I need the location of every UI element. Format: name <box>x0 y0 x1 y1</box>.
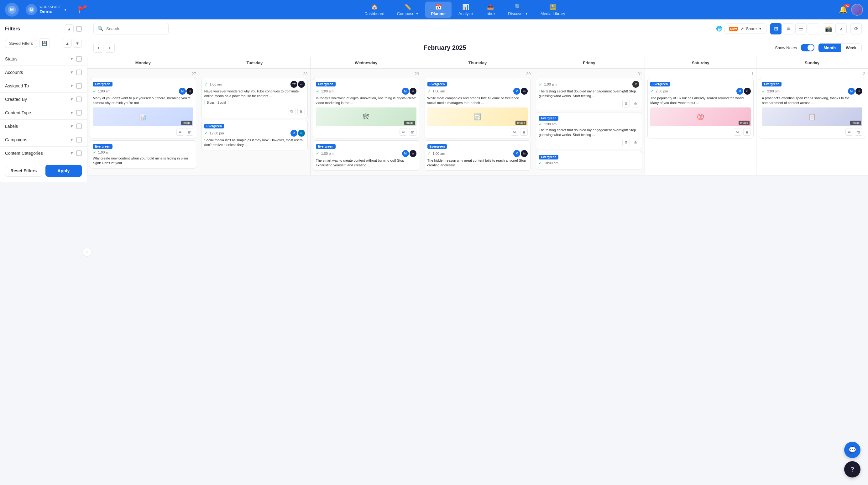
month-view-button[interactable]: Month <box>818 43 841 52</box>
save-filter-button[interactable]: 💾 <box>39 38 50 48</box>
prev-month-button[interactable]: ‹ <box>93 43 103 53</box>
platform-avatar-28b-1: M <box>290 130 298 137</box>
filter-content-categories[interactable]: Content Categories ▼ <box>0 146 87 160</box>
post-text-30a: While most companies and brands hire ful… <box>427 96 528 105</box>
filter-created-by[interactable]: Created By ▼ <box>0 92 87 106</box>
duplicate-button[interactable]: ⧉ <box>177 128 184 136</box>
day-number-2: 2 <box>759 71 865 76</box>
nav-item-compose[interactable]: ✏️ Compose ▼ <box>392 2 424 18</box>
filter-accounts-checkbox[interactable] <box>76 70 82 75</box>
nav-item-discover[interactable]: 🔍 Discover ▼ <box>502 2 534 18</box>
next-month-button[interactable]: › <box>105 43 115 53</box>
delete-button-30a[interactable]: 🗑 <box>520 128 528 136</box>
nav-item-planner[interactable]: 📅 Planner <box>425 2 452 18</box>
chat-button[interactable]: 💬 <box>844 442 861 458</box>
delete-button[interactable]: 🗑 <box>186 128 193 136</box>
flag-button[interactable]: 🚩 <box>78 6 86 13</box>
filter-content-categories-checkbox[interactable] <box>76 151 82 156</box>
duplicate-button-28a[interactable]: ⧉ <box>288 108 296 115</box>
post-card-29a[interactable]: Evergreen ✓ 1:00 am M in In today's whir… <box>313 78 419 138</box>
filter-assigned-to[interactable]: Assigned To ▼ <box>0 79 87 92</box>
sidebar-collapse-button[interactable]: ‹ <box>83 248 92 257</box>
select-all-checkbox[interactable] <box>76 26 82 32</box>
filter-created-by-checkbox[interactable] <box>76 97 82 102</box>
search-input[interactable] <box>106 26 164 31</box>
nav-item-dashboard[interactable]: 🏠 Dashboard <box>359 2 390 18</box>
content-area: 🔍 🌐 NEW ↗ Share ▼ ⊞ ≡ ☰ ⋮⋮ 📸 <box>87 20 868 485</box>
sort-up-button[interactable]: ▲ <box>63 39 72 47</box>
platform-avatar-30b-1: M <box>513 150 520 157</box>
user-avatar[interactable] <box>851 4 863 16</box>
filter-content-type[interactable]: Content Type ▼ <box>0 106 87 119</box>
sort-down-button[interactable]: ▼ <box>73 39 82 47</box>
nav-label-inbox: Inbox <box>486 11 495 16</box>
share-button[interactable]: NEW ↗ Share ▼ <box>724 24 767 34</box>
filter-labels[interactable]: Labels ▼ <box>0 119 87 133</box>
post-card-1a[interactable]: Evergreen ✓ 2:00 pm M in The popularity … <box>647 78 754 138</box>
filter-campaigns[interactable]: Campaigns ▼ <box>0 133 87 146</box>
day-cell-jan27: 27 Evergreen ✓ 1:00 am M in Many of you … <box>87 69 199 175</box>
platform-avatars-28a: YT in <box>290 81 305 88</box>
post-card-30b[interactable]: Evergreen ✓ 1:00 am M in The hidden reas… <box>425 140 531 171</box>
filter-campaigns-checkbox[interactable] <box>76 137 82 142</box>
saved-filters-button[interactable]: Saved Filters <box>5 39 37 48</box>
filter-assigned-to-checkbox[interactable] <box>76 83 82 89</box>
post-card-31c[interactable]: Evergreen ✓ 10:00 am <box>536 151 642 169</box>
duplicate-button-29a[interactable]: ⧉ <box>400 128 407 136</box>
post-card-28b[interactable]: Evergreen ✓ 12:00 pm M in Social media i… <box>202 120 308 151</box>
post-card-28a[interactable]: ✓ 1:00 am YT in Have you ever wondered w… <box>202 78 308 118</box>
post-card-30a[interactable]: Evergreen ✓ 1:00 am M in While most comp… <box>425 78 531 138</box>
delete-button-2a[interactable]: 🗑 <box>855 128 862 136</box>
filter-content-type-checkbox[interactable] <box>76 110 82 116</box>
apply-filters-button[interactable]: Apply <box>45 165 82 177</box>
filter-accounts[interactable]: Accounts ▼ <box>0 65 87 79</box>
nav-item-inbox[interactable]: 📥 Inbox <box>480 2 501 18</box>
show-notes-toggle[interactable] <box>801 44 814 52</box>
post-card-2[interactable]: Evergreen ✓ 1:00 am Why create new conte… <box>90 140 196 168</box>
list-view-button[interactable]: ☰ <box>795 23 807 34</box>
delete-button-28a[interactable]: 🗑 <box>298 108 305 115</box>
day-header-thursday: Thursday <box>422 57 534 69</box>
evergreen-badge-29a: Evergreen <box>316 82 336 87</box>
post-time-row-1a: ✓ 2:00 pm M in <box>650 88 751 95</box>
delete-button-1a[interactable]: 🗑 <box>743 128 751 136</box>
condensed-list-view-button[interactable]: ⋮⋮ <box>808 23 819 34</box>
refresh-button[interactable]: ⟳ <box>850 23 862 34</box>
post-card-2a[interactable]: Evergreen ✓ 2:00 pm M in A prospect's at… <box>759 78 865 138</box>
help-button[interactable]: ? <box>844 461 861 478</box>
duplicate-button-2a[interactable]: ⧉ <box>845 128 853 136</box>
duplicate-button-31b[interactable]: ⧉ <box>622 139 630 146</box>
evergreen-badge-31c: Evergreen <box>539 155 558 159</box>
reset-filters-button[interactable]: Reset Filters <box>5 165 42 177</box>
sort-asc-button[interactable]: ▲ <box>65 25 74 33</box>
post-card-31b[interactable]: Evergreen ✓ 1:00 am The testing secret t… <box>536 112 642 149</box>
evergreen-badge-30b: Evergreen <box>427 144 447 149</box>
post-image-30a: 🔄 Image <box>427 107 528 126</box>
duplicate-button-30a[interactable]: ⧉ <box>511 128 518 136</box>
grid-view-button[interactable]: ≡ <box>783 23 794 34</box>
calendar-view-button[interactable]: ⊞ <box>770 23 781 34</box>
post-card[interactable]: Evergreen ✓ 1:00 am M in Many of you don… <box>90 78 196 138</box>
post-time-30b: 1:00 am <box>433 152 445 155</box>
app-logo[interactable]: M <box>5 3 19 17</box>
nav-item-media-library[interactable]: 🖼️ Media Library <box>535 2 571 18</box>
delete-button-31a[interactable]: 🗑 <box>632 100 639 107</box>
workspace-selector[interactable]: M WORKSPACE Demo ▼ <box>23 2 70 17</box>
duplicate-button-1a[interactable]: ⧉ <box>734 128 741 136</box>
post-card-31a[interactable]: ✓ 1:00 am X The testing secret that doub… <box>536 78 642 110</box>
instagram-filter-icon[interactable]: 📸 <box>823 23 834 34</box>
post-time-row-29a: ✓ 1:00 am M in <box>316 88 416 95</box>
nav-item-analyze[interactable]: 📊 Analyze <box>453 2 478 18</box>
nav-right: 🔔 71 <box>839 4 863 16</box>
notifications-button[interactable]: 🔔 71 <box>839 6 847 14</box>
filters-sidebar: Filters ▲ Saved Filters 💾 ▲ ▼ Status ▼ <box>0 20 87 182</box>
duplicate-button-31a[interactable]: ⧉ <box>622 100 630 107</box>
week-view-button[interactable]: Week <box>841 43 861 52</box>
delete-button-31b[interactable]: 🗑 <box>632 139 639 146</box>
delete-button-29a[interactable]: 🗑 <box>409 128 416 136</box>
post-card-29b[interactable]: Evergreen ✓ 1:00 pm M in The smart way t… <box>313 140 419 171</box>
filter-labels-checkbox[interactable] <box>76 124 82 129</box>
filter-status-checkbox[interactable] <box>76 56 82 62</box>
filter-status[interactable]: Status ▼ <box>0 52 87 65</box>
tiktok-filter-icon[interactable]: ♪ <box>835 23 847 34</box>
